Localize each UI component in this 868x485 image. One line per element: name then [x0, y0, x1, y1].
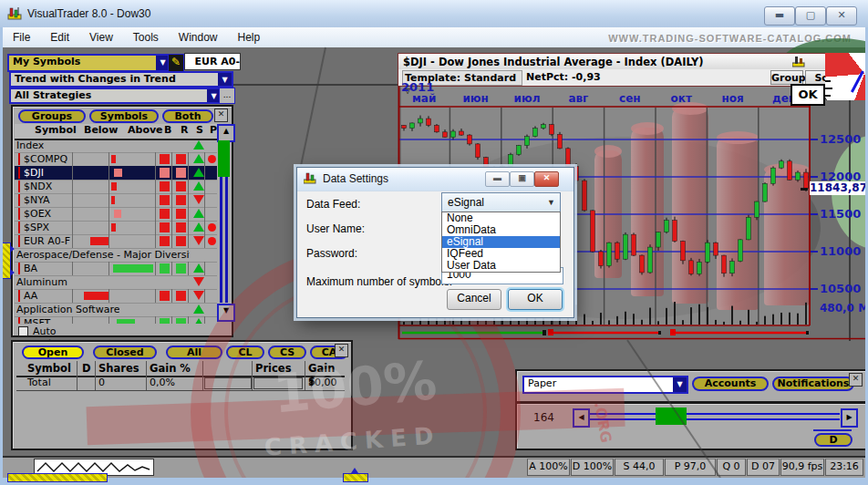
account-dropdown[interactable]: Paper▼ [522, 376, 688, 394]
ok-button[interactable]: OK [508, 289, 563, 310]
signal-up-icon [193, 154, 204, 163]
minimize-button[interactable]: ▬ [764, 6, 795, 26]
button-notifications[interactable]: Notifications [772, 377, 854, 391]
option-user-data[interactable]: User Data [442, 260, 560, 272]
gauge-clock [825, 53, 868, 100]
hscrollbar-thumb[interactable] [343, 473, 368, 482]
above-bar [114, 210, 121, 218]
tab-all[interactable]: All [166, 346, 222, 359]
button-cs[interactable]: CS [268, 346, 306, 359]
symbol-row[interactable]: AA [15, 289, 217, 304]
r-indicator [176, 263, 186, 273]
group-row[interactable]: Aluminum [15, 275, 217, 290]
close-button[interactable]: ✕ [826, 6, 857, 26]
tab-groups[interactable]: Groups [18, 109, 86, 123]
group-row[interactable]: Application Software [15, 303, 217, 317]
symbol-row[interactable]: $COMPQ [15, 152, 217, 167]
strategies-more-button[interactable]: ... [219, 88, 235, 104]
col-header: Shares [98, 362, 140, 375]
tab-open[interactable]: Open [22, 346, 84, 359]
symbol-row[interactable]: $NDX [15, 180, 217, 194]
watermark-url-text: WWW.TRADING-SOFTWARE-CATALOG.COM [608, 33, 852, 44]
pd-indicator [208, 223, 216, 232]
scrollbar-thumb[interactable] [218, 140, 230, 177]
edit-pencil-button[interactable]: ✎ [168, 54, 184, 72]
button-cl[interactable]: CL [226, 346, 264, 359]
dialog-close-button[interactable]: ✕ [534, 171, 559, 187]
group-row[interactable]: Index [15, 139, 217, 153]
signal-up-icon [193, 181, 204, 191]
scroll-marker-icon [351, 468, 358, 473]
menu-item-edit[interactable]: Edit [40, 27, 79, 44]
menu-item-view[interactable]: View [79, 27, 123, 44]
last-price-tick [801, 188, 808, 191]
dialog-minimize-button[interactable]: ▬ [485, 171, 510, 187]
hscrollbar-thumb[interactable] [7, 473, 108, 482]
slider-thumb[interactable] [656, 408, 687, 425]
b-indicator [160, 209, 170, 219]
trend-dropdown[interactable]: Trend with Changes in Trend▼ [9, 71, 233, 88]
strategies-dropdown[interactable]: All Strategies▼ [9, 88, 222, 104]
symbols-panel-close-icon[interactable]: ✕ [214, 108, 228, 122]
chart-mini-icon [792, 56, 806, 67]
group-row[interactable]: Aerospace/Defense - Major Diversifie [15, 248, 217, 263]
menu-item-help[interactable]: Help [228, 27, 271, 44]
slider-track[interactable] [590, 413, 840, 415]
slider-right-arrow-icon[interactable]: ▶ [841, 408, 858, 428]
maximize-button[interactable]: ▢ [795, 6, 826, 26]
tab-symbols[interactable]: Symbols [89, 109, 159, 123]
symbol-row[interactable]: $SPX [15, 221, 217, 235]
tab-closed[interactable]: Closed [93, 346, 157, 359]
symbol-row[interactable]: $OEX [15, 207, 217, 222]
symbol-row[interactable]: $NYA [15, 193, 217, 208]
above-bar [111, 196, 115, 204]
below-bar [84, 292, 108, 300]
chevron-down-icon[interactable]: ▼ [673, 377, 687, 392]
button-accounts[interactable]: Accounts [692, 377, 769, 391]
symbol-row[interactable]: $DJI [15, 166, 217, 181]
status-cell: P 97,0 ms [665, 459, 716, 476]
edge-marker[interactable] [2, 242, 11, 279]
price-box [253, 377, 303, 389]
signal-up-icon [193, 140, 204, 150]
menu-item-file[interactable]: File [3, 27, 40, 44]
r-indicator [176, 291, 186, 301]
password-label: Password: [306, 247, 357, 260]
menu-item-tools[interactable]: Tools [123, 27, 169, 44]
slider-track[interactable] [590, 418, 840, 420]
title-bar[interactable]: VisualTrader 8.0 - Dow30 ▬ ▢ ✕ [0, 0, 868, 27]
d-button[interactable]: D [814, 433, 852, 447]
r-indicator [176, 168, 186, 178]
window-border [0, 27, 3, 485]
scroll-down-icon[interactable]: ▼ [217, 304, 235, 322]
dialog-maximize-button[interactable]: ▣ [510, 171, 534, 187]
symbol-row[interactable]: MSFT [15, 316, 217, 324]
symbol-row[interactable]: EUR A0-F [15, 234, 217, 249]
chart-title: $DJI - Dow Jones Industrial Average - In… [403, 56, 704, 68]
cancel-button[interactable]: Cancel [447, 289, 501, 310]
data-feed-dropdown[interactable]: eSignal ▼ [441, 192, 561, 213]
symbol-name: MSFT [24, 317, 50, 324]
chevron-down-icon[interactable]: ▼ [218, 73, 232, 86]
signal-up-icon [193, 222, 204, 232]
status-cell: D 07 [747, 459, 780, 476]
dialog-icon [304, 172, 318, 185]
symbol-search-input[interactable]: EUR A0-FX [184, 53, 241, 70]
pd-indicator [208, 155, 216, 163]
dialog-title-bar[interactable]: Data Settings ▬ ▣ ✕ [297, 168, 574, 191]
group-button[interactable]: Group [770, 70, 803, 85]
scroll-up-icon[interactable]: ▲ [217, 124, 235, 142]
symbol-row[interactable]: BA [15, 262, 217, 276]
symbol-list-dropdown[interactable]: My Symbols▼ [7, 54, 171, 72]
tab-both[interactable]: Both [162, 109, 213, 123]
positions-panel-close-icon[interactable]: ✕ [335, 344, 348, 357]
chart-title-bar[interactable]: $DJI - Dow Jones Industrial Average - In… [398, 53, 868, 71]
signal-down-icon [193, 195, 204, 204]
chart-ok-button[interactable]: OK [790, 84, 825, 106]
status-cell: 23:16 [825, 459, 863, 476]
menu-item-window[interactable]: Window [169, 27, 228, 44]
status-cell: 90,9 fps [780, 459, 824, 476]
slider-left-arrow-icon[interactable]: ◀ [573, 408, 590, 428]
accounts-panel-close-icon[interactable]: ✕ [849, 373, 863, 387]
above-bar [114, 169, 122, 177]
